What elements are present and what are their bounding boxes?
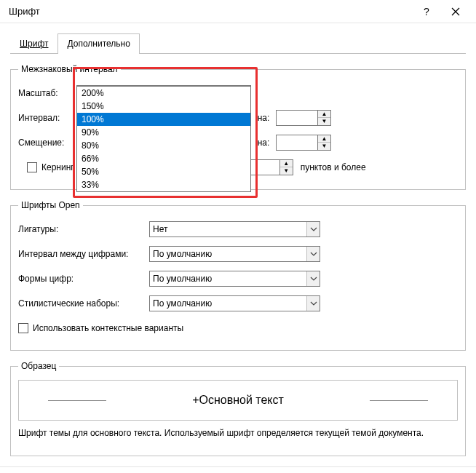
sample-line-right	[370, 400, 428, 401]
contextual-label: Использовать контекстные варианты	[33, 323, 183, 333]
scale-dropdown[interactable]: 200%150%100%90%80%66%50%33%	[76, 86, 251, 192]
scale-option[interactable]: 33%	[77, 178, 250, 191]
interval-label: Интервал:	[18, 113, 76, 123]
digit-forms-label: Формы цифр:	[18, 274, 149, 284]
spin-down-icon[interactable]: ▼	[280, 167, 293, 175]
scale-option[interactable]: 50%	[77, 165, 250, 178]
kerning-checkbox[interactable]: Кернинг	[27, 162, 74, 172]
dialog-footer: По умолчанию Текстовые эффекты... OK Отм…	[0, 466, 476, 473]
chevron-down-icon[interactable]	[306, 247, 320, 261]
offset-spinner[interactable]: ▲▼	[276, 135, 331, 151]
spin-down-icon[interactable]: ▼	[318, 143, 330, 150]
close-button[interactable]	[441, 1, 470, 22]
window-controls: ?	[412, 1, 470, 22]
tab-font[interactable]: Шрифт	[10, 33, 57, 53]
contextual-checkbox[interactable]: Использовать контекстные варианты	[18, 323, 183, 333]
chevron-down-icon[interactable]	[306, 222, 320, 236]
ligatures-combo[interactable]: Нет	[149, 221, 320, 237]
help-button[interactable]: ?	[412, 1, 441, 22]
offset-label: Смещение:	[18, 138, 76, 148]
opentype-group: Шрифты Open Лигатуры: Нет Интервал между…	[10, 200, 466, 351]
stylistic-value: По умолчанию	[153, 298, 212, 309]
scale-label: Масштаб:	[18, 88, 76, 98]
offset-by-label: на:	[254, 138, 273, 148]
digit-spacing-label: Интервал между цифрами:	[18, 249, 149, 259]
tab-advanced[interactable]: Дополнительно	[57, 33, 139, 54]
chevron-down-icon[interactable]	[306, 271, 320, 286]
sample-legend: Образец	[18, 361, 59, 371]
interval-input[interactable]	[277, 111, 317, 125]
scale-option[interactable]: 80%	[77, 139, 250, 152]
checkbox-icon	[18, 323, 28, 333]
sample-box: +Основной текст	[18, 380, 458, 421]
spin-down-icon[interactable]: ▼	[318, 118, 330, 125]
chevron-down-icon[interactable]	[306, 296, 320, 311]
stylistic-label: Стилистические наборы:	[18, 298, 149, 309]
spin-up-icon[interactable]: ▲	[318, 135, 330, 143]
kerning-suffix: пунктов и более	[301, 162, 366, 172]
close-icon	[451, 7, 460, 16]
checkbox-icon	[27, 162, 37, 172]
spin-up-icon[interactable]: ▲	[280, 160, 293, 167]
scale-option[interactable]: 90%	[77, 126, 250, 139]
interval-by-label: на:	[254, 113, 273, 123]
digit-forms-value: По умолчанию	[153, 274, 212, 284]
stylistic-combo[interactable]: По умолчанию	[149, 295, 320, 311]
tab-bar: Шрифт Дополнительно	[10, 33, 466, 54]
ligatures-value: Нет	[153, 224, 167, 234]
digit-spacing-value: По умолчанию	[153, 249, 212, 259]
opentype-legend: Шрифты Open	[18, 200, 83, 210]
ligatures-label: Лигатуры:	[18, 224, 149, 234]
spin-up-icon[interactable]: ▲	[318, 111, 330, 118]
kerning-label: Кернинг	[41, 162, 74, 172]
scale-option[interactable]: 150%	[77, 100, 250, 113]
digit-spacing-combo[interactable]: По умолчанию	[149, 246, 320, 262]
sample-text: +Основной текст	[192, 394, 284, 407]
scale-option[interactable]: 100%	[77, 113, 250, 126]
scale-option[interactable]: 66%	[77, 152, 250, 165]
titlebar: Шрифт ?	[0, 0, 476, 23]
scale-option[interactable]: 200%	[77, 87, 250, 100]
offset-input[interactable]	[277, 135, 317, 150]
spacing-legend: Межзнаковый интервал	[18, 64, 121, 74]
sample-line-left	[48, 400, 106, 401]
sample-note: Шрифт темы для основного текста. Использ…	[18, 428, 458, 438]
interval-spinner[interactable]: ▲▼	[276, 110, 331, 126]
digit-forms-combo[interactable]: По умолчанию	[149, 271, 320, 287]
sample-group: Образец +Основной текст Шрифт темы для о…	[10, 361, 466, 456]
window-title: Шрифт	[9, 6, 40, 17]
